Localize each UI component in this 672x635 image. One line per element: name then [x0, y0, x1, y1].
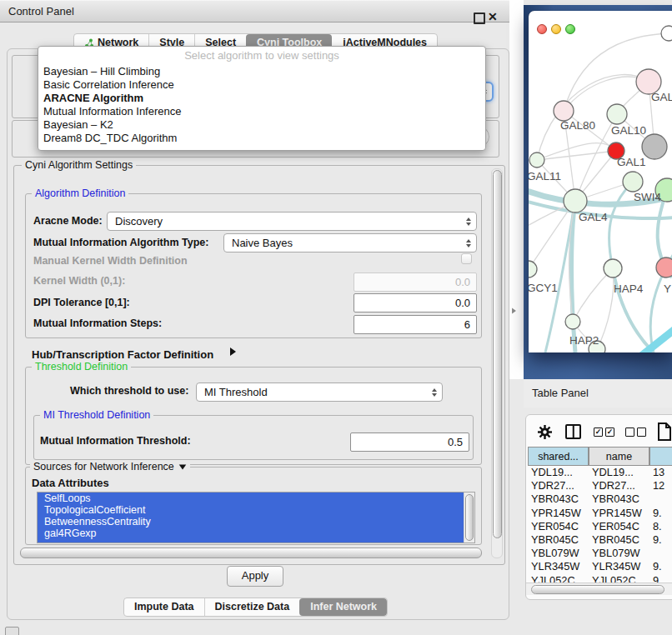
- attr-selected-filler: [38, 539, 474, 542]
- column-header[interactable]: [649, 447, 672, 466]
- network-node-gcy1[interactable]: [529, 261, 537, 278]
- hide-columns-icon[interactable]: [637, 428, 646, 437]
- algorithm-definition-legend: Algorithm Definition: [32, 188, 128, 199]
- attribute-item[interactable]: BetweennessCentrality: [38, 516, 474, 528]
- attr-list-scrollbar-thumb[interactable]: [465, 494, 474, 541]
- table-row[interactable]: YDR27...YDR27...12: [526, 479, 672, 492]
- node-label: GAL4: [579, 211, 608, 223]
- network-node-gal11[interactable]: [529, 152, 544, 168]
- table-row[interactable]: YLR345WYLR345W9.: [526, 560, 672, 573]
- hub-expand-icon[interactable]: [230, 348, 236, 356]
- network-node-gal1[interactable]: [623, 172, 643, 192]
- node-label: GAL10: [611, 124, 646, 137]
- settings-hscrollbar-thumb[interactable]: [20, 548, 482, 558]
- threshold-definition-legend: Threshold Definition: [32, 361, 131, 372]
- tab-label: Infer Network: [310, 598, 377, 616]
- algorithm-option[interactable]: ARACNE Algorithm: [38, 92, 485, 105]
- table-cell: YBR043C: [531, 492, 579, 506]
- mi-threshold-field[interactable]: 0.5: [350, 432, 469, 452]
- table-cell: 9.: [653, 507, 662, 520]
- split-columns-icon[interactable]: [565, 424, 581, 439]
- table-cell: 9.: [653, 574, 662, 582]
- table-row[interactable]: YJL052CYJL052C9.: [526, 574, 672, 582]
- table-row[interactable]: YBR045CYBR045C9.: [526, 533, 672, 547]
- manual-kernel-checkbox[interactable]: [461, 253, 472, 264]
- node-label: Y: [664, 282, 671, 295]
- node-label: GAL: [651, 91, 672, 103]
- mi-steps-field[interactable]: 6: [354, 315, 477, 334]
- hide-columns-icon[interactable]: [625, 428, 634, 437]
- table-cell: YBL079W: [531, 547, 579, 560]
- node-label: GAL11: [529, 170, 561, 182]
- close-icon[interactable]: ✕: [488, 11, 498, 22]
- attribute-item[interactable]: SelfLoops: [38, 492, 474, 504]
- mi-steps-label: Mutual Information Steps:: [33, 318, 162, 329]
- control-panel-title: Control Panel: [0, 1, 509, 22]
- kernel-width-field[interactable]: 0.0: [354, 272, 477, 292]
- sources-collapse-icon[interactable]: [179, 464, 187, 469]
- which-threshold-value: MI Threshold: [204, 386, 268, 398]
- algorithm-option[interactable]: Mutual Information Inference: [38, 105, 485, 118]
- network-node-gal4[interactable]: [564, 189, 587, 212]
- table-cell: YBL079W: [592, 547, 640, 560]
- network-window[interactable]: GALGAL80GAL10GAL11GAL1SWI4GAL4GCY1HAP4YH…: [529, 11, 672, 352]
- table-cell: 8.: [653, 520, 662, 533]
- float-window-icon[interactable]: [474, 12, 485, 24]
- dpi-tolerance-field[interactable]: 0.0: [354, 293, 477, 312]
- network-node[interactable]: [661, 26, 672, 41]
- hub-definition-label[interactable]: Hub/Transcription Factor Definition: [32, 348, 213, 361]
- aracne-mode-label: Aracne Mode:: [33, 215, 103, 227]
- table-cell: YBR045C: [531, 533, 579, 547]
- dropdown-hint: Select algorithm to view settings: [38, 47, 485, 65]
- export-table-icon[interactable]: [657, 422, 672, 441]
- aracne-mode-value: Discovery: [115, 215, 163, 228]
- table-cell: YPR145W: [592, 507, 642, 520]
- table-row[interactable]: YBR043CYBR043C: [526, 492, 672, 506]
- splitter-collapse-icon[interactable]: [512, 308, 516, 314]
- table-rows: YDL19...YDL19...13YDR27...YDR27...12YBR0…: [526, 466, 672, 582]
- algorithm-option[interactable]: Basic Correlation Inference: [38, 78, 485, 92]
- show-checked-columns-icon[interactable]: ✓: [594, 428, 603, 437]
- node-label: GAL1: [617, 156, 646, 168]
- network-node-gal80[interactable]: [554, 101, 574, 121]
- mi-threshold-label: Mutual Information Threshold:: [40, 435, 191, 447]
- gear-icon[interactable]: [538, 425, 552, 439]
- algorithm-option[interactable]: Bayesian – K2: [38, 118, 485, 132]
- column-header[interactable]: name: [589, 447, 649, 466]
- table-row[interactable]: YDL19...YDL19...13: [526, 466, 672, 479]
- tab-discretize-data[interactable]: Discretize Data: [204, 598, 300, 616]
- attribute-item[interactable]: gal4RGexp: [38, 528, 474, 539]
- table-row[interactable]: YER054CYER054C8.: [526, 520, 672, 533]
- apply-button[interactable]: Apply: [227, 566, 283, 587]
- algorithm-option[interactable]: Bayesian – Hill Climbing: [38, 65, 485, 78]
- aracne-mode-combo[interactable]: Discovery: [107, 212, 477, 231]
- mi-type-combo[interactable]: Naive Bayes: [223, 233, 477, 252]
- table-hscrollbar-thumb[interactable]: [531, 585, 664, 594]
- network-node-hap2[interactable]: [565, 314, 580, 329]
- sources-legend[interactable]: Sources for Network Inference: [30, 461, 190, 472]
- table-cell: 9.: [653, 560, 662, 573]
- table-row[interactable]: YBL079WYBL079W: [526, 547, 672, 560]
- node-label: HAP4: [614, 282, 644, 295]
- table-row[interactable]: YPR145WYPR145W9.: [526, 507, 672, 520]
- tab-impute-data[interactable]: Impute Data: [124, 598, 204, 616]
- network-node-hap4[interactable]: [604, 259, 622, 278]
- settings-vscrollbar-thumb[interactable]: [493, 170, 502, 538]
- network-node-gal10[interactable]: [607, 104, 627, 124]
- data-attributes-list[interactable]: SelfLoopsTopologicalCoefficientBetweenne…: [37, 492, 475, 543]
- algorithm-list: Bayesian – Hill ClimbingBasic Correlatio…: [38, 65, 485, 145]
- which-threshold-combo[interactable]: MI Threshold: [196, 382, 443, 402]
- network-node-y[interactable]: [656, 258, 672, 278]
- network-graph[interactable]: GALGAL80GAL10GAL11GAL1SWI4GAL4GCY1HAP4YH…: [529, 11, 672, 352]
- attr-list-scrollbar[interactable]: [464, 492, 474, 542]
- algorithm-option[interactable]: Dream8 DC_TDC Algorithm: [38, 132, 485, 145]
- table-hscrollbar[interactable]: [526, 582, 672, 595]
- tab-infer-network[interactable]: Infer Network: [299, 598, 387, 616]
- column-header[interactable]: shared...: [528, 447, 589, 466]
- which-threshold-label: Which threshold to use:: [70, 385, 188, 397]
- attribute-item[interactable]: TopologicalCoefficient: [38, 504, 474, 516]
- collapsed-panel-icon[interactable]: [5, 627, 19, 635]
- table-cell: YER054C: [592, 520, 639, 533]
- table-cell: YER054C: [531, 520, 579, 533]
- show-checked-columns-icon[interactable]: ✓: [605, 428, 614, 437]
